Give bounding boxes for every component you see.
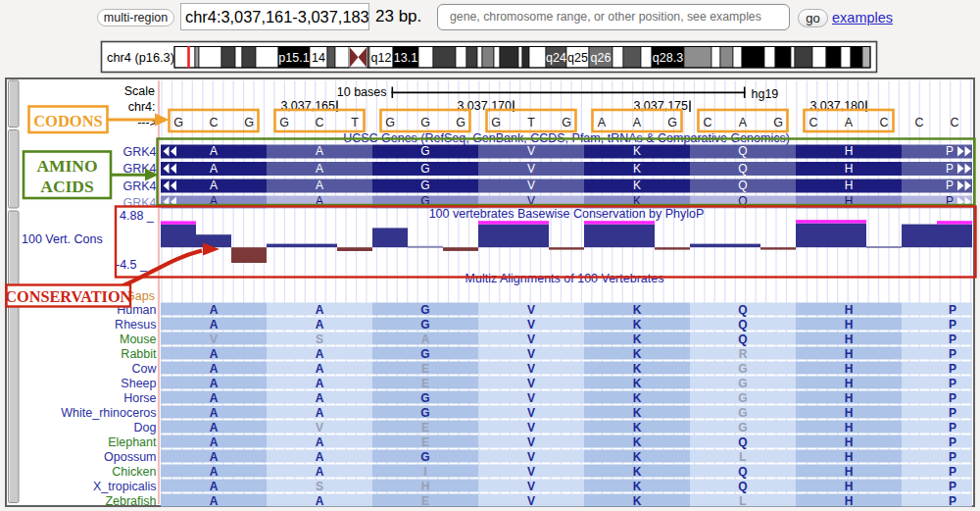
svg-text:E: E [421, 435, 429, 449]
svg-text:X_tropicalis: X_tropicalis [93, 480, 157, 493]
svg-text:Chicken: Chicken [112, 465, 156, 479]
svg-text:H: H [845, 435, 854, 449]
svg-text:V: V [527, 144, 535, 158]
svg-text:Mouse: Mouse [120, 332, 157, 346]
svg-text:13.1: 13.1 [394, 51, 417, 65]
svg-text:V: V [316, 421, 323, 434]
svg-text:H: H [845, 480, 854, 493]
svg-text:G: G [279, 116, 289, 129]
svg-text:A: A [316, 391, 324, 405]
svg-text:V: V [527, 162, 535, 176]
svg-text:H: H [421, 480, 430, 493]
svg-text:A: A [316, 144, 323, 158]
svg-text:H: H [845, 465, 854, 479]
svg-text:I: I [423, 465, 426, 479]
svg-text:P: P [946, 179, 954, 192]
svg-text:A: A [210, 391, 219, 405]
svg-text:G: G [244, 116, 254, 129]
svg-text:P: P [949, 406, 956, 420]
svg-text:G: G [738, 362, 747, 376]
svg-text:K: K [633, 347, 642, 361]
svg-text:P: P [946, 144, 954, 158]
svg-text:A: A [316, 347, 324, 361]
svg-text:A: A [210, 465, 219, 479]
svg-text:G: G [491, 116, 501, 129]
svg-text:S: S [316, 332, 323, 346]
svg-text:H: H [845, 318, 854, 332]
svg-text:E: E [421, 494, 429, 508]
svg-text:GRK4: GRK4 [122, 145, 156, 159]
svg-text:G: G [420, 318, 429, 332]
svg-text:CONSERVATION: CONSERVATION [5, 287, 131, 306]
svg-text:G: G [738, 406, 747, 420]
svg-text:14: 14 [312, 51, 325, 65]
svg-text:Cow: Cow [131, 362, 157, 376]
svg-text:G: G [420, 347, 429, 361]
svg-text:White_rhinoceros: White_rhinoceros [61, 406, 156, 420]
svg-text:Q: Q [738, 162, 747, 176]
svg-text:H: H [845, 347, 854, 361]
svg-text:P: P [949, 421, 956, 434]
svg-text:Q: Q [738, 303, 747, 317]
svg-text:G: G [420, 391, 429, 405]
svg-text:K: K [633, 162, 641, 176]
svg-text:G: G [420, 450, 429, 464]
svg-text:Elephant: Elephant [108, 435, 157, 449]
svg-text:E: E [421, 362, 429, 376]
svg-text:K: K [633, 421, 642, 434]
svg-text:H: H [845, 303, 854, 317]
svg-text:V: V [527, 303, 535, 317]
svg-text:V: V [527, 391, 535, 405]
svg-text:C: C [209, 116, 218, 129]
svg-text:Rabbit: Rabbit [121, 347, 157, 361]
svg-text:Q: Q [738, 318, 747, 332]
svg-text:G: G [738, 377, 747, 390]
svg-text:G: G [420, 144, 429, 158]
svg-text:G: G [562, 116, 571, 129]
svg-text:K: K [633, 144, 641, 158]
svg-text:Horse: Horse [123, 391, 156, 405]
svg-text:chr4 (p16.3): chr4 (p16.3) [107, 50, 174, 65]
svg-text:A: A [316, 362, 324, 376]
svg-text:p15.1: p15.1 [278, 51, 309, 65]
svg-text:Dog: Dog [134, 421, 157, 434]
svg-text:A: A [210, 347, 219, 361]
svg-text:P: P [949, 303, 956, 317]
svg-text:A: A [210, 303, 219, 317]
svg-text:Q: Q [738, 480, 747, 493]
svg-text:-4.5 _: -4.5 _ [116, 258, 148, 272]
svg-text:G: G [420, 303, 429, 317]
svg-text:H: H [845, 179, 854, 192]
svg-text:hg19: hg19 [752, 87, 779, 101]
svg-text:A: A [210, 480, 219, 493]
svg-text:K: K [633, 494, 642, 508]
svg-text:V: V [527, 362, 535, 376]
svg-text:C: C [315, 116, 323, 129]
svg-text:q26: q26 [591, 51, 612, 65]
svg-text:Q: Q [738, 332, 747, 346]
svg-text:10 bases: 10 bases [337, 85, 387, 99]
svg-text:R: R [739, 347, 748, 361]
svg-text:P: P [949, 362, 956, 376]
svg-text:A: A [210, 162, 218, 176]
svg-text:K: K [633, 377, 642, 390]
svg-text:L: L [739, 450, 746, 464]
svg-text:ACIDS: ACIDS [40, 177, 93, 196]
svg-text:P: P [949, 318, 956, 332]
svg-text:A: A [633, 116, 642, 129]
svg-text:A: A [210, 494, 219, 508]
svg-text:V: V [527, 406, 535, 420]
svg-text:Zebrafish: Zebrafish [105, 494, 156, 508]
svg-text:P: P [949, 347, 956, 361]
svg-text:A: A [210, 362, 219, 376]
svg-text:G: G [385, 116, 395, 129]
svg-text:V: V [527, 480, 535, 493]
svg-text:G: G [420, 162, 429, 176]
svg-text:CODONS: CODONS [33, 112, 103, 130]
svg-text:K: K [633, 179, 641, 192]
svg-text:S: S [316, 480, 323, 493]
svg-text:A: A [316, 435, 324, 449]
svg-text:H: H [845, 362, 854, 376]
svg-text:T: T [351, 116, 359, 129]
svg-text:chr4:: chr4: [128, 100, 156, 114]
